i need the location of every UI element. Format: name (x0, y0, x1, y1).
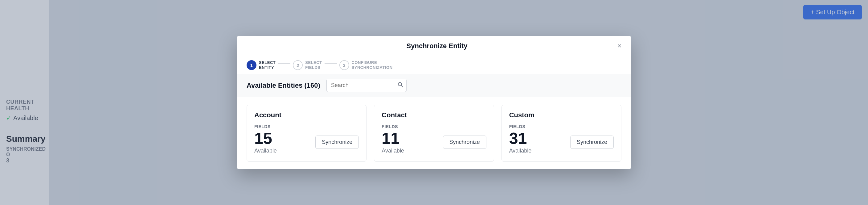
contact-card-body: 11 Available Synchronize (381, 130, 486, 154)
step-2-label: SELECT FIELDS (305, 60, 322, 70)
custom-field-count: 31 (509, 130, 532, 146)
search-icon (397, 81, 403, 88)
contact-card-title: Contact (381, 111, 486, 119)
modal-close-button[interactable]: × (617, 43, 621, 49)
step-2-line1: SELECT (305, 60, 322, 65)
step-3-label: CONFIGURE SYNCHRONIZATION (352, 60, 393, 70)
contact-field-count: 11 (381, 130, 404, 146)
search-wrapper (327, 79, 407, 92)
synchronize-entity-modal: Synchronize Entity × 1 SELECT ENTITY 2 S… (237, 36, 631, 169)
account-count-wrapper: 15 Available (254, 130, 277, 154)
entity-cards-area: Account FIELDS 15 Available Synchronize … (237, 97, 631, 169)
step-1-line2: ENTITY (259, 65, 276, 70)
contact-synchronize-button[interactable]: Synchronize (443, 135, 487, 149)
account-field-count: 15 (254, 130, 277, 146)
account-available-label: Available (254, 148, 277, 154)
step-3-line2: SYNCHRONIZATION (352, 65, 393, 70)
step-1-line1: SELECT (259, 60, 276, 65)
step-1-label: SELECT ENTITY (259, 60, 276, 70)
contact-fields-label: FIELDS (381, 124, 486, 129)
step-3-circle: 3 (339, 60, 349, 70)
account-synchronize-button[interactable]: Synchronize (315, 135, 359, 149)
step-2-line2: FIELDS (305, 65, 322, 70)
custom-synchronize-button[interactable]: Synchronize (570, 135, 614, 149)
step-3-line1: CONFIGURE (352, 60, 393, 65)
step-3: 3 CONFIGURE SYNCHRONIZATION (339, 60, 393, 70)
modal-title: Synchronize Entity (256, 42, 617, 50)
custom-count-wrapper: 31 Available (509, 130, 532, 154)
custom-card-body: 31 Available Synchronize (509, 130, 614, 154)
step-1: 1 SELECT ENTITY (247, 60, 276, 70)
contact-count-wrapper: 11 Available (381, 130, 404, 154)
step-1-circle: 1 (247, 60, 256, 70)
step-2-circle: 2 (293, 60, 303, 70)
account-card-body: 15 Available Synchronize (254, 130, 359, 154)
search-input[interactable] (327, 79, 407, 92)
search-icon-button[interactable] (397, 81, 403, 89)
custom-card-title: Custom (509, 111, 614, 119)
entity-card-contact: Contact FIELDS 11 Available Synchronize (374, 105, 494, 162)
entity-card-custom: Custom FIELDS 31 Available Synchronize (501, 105, 621, 162)
contact-available-label: Available (381, 148, 404, 154)
stepper: 1 SELECT ENTITY 2 SELECT FIELDS 3 (237, 55, 631, 74)
step-connector-1 (278, 63, 290, 63)
account-card-title: Account (254, 111, 359, 119)
entity-card-account: Account FIELDS 15 Available Synchronize (247, 105, 367, 162)
modal-backdrop: Synchronize Entity × 1 SELECT ENTITY 2 S… (0, 0, 868, 205)
step-2: 2 SELECT FIELDS (293, 60, 322, 70)
custom-available-label: Available (509, 148, 532, 154)
step-connector-2 (324, 63, 337, 63)
modal-header: Synchronize Entity × (237, 36, 631, 55)
custom-fields-label: FIELDS (509, 124, 614, 129)
search-area: Available Entities (160) (237, 74, 631, 97)
available-entities-count: Available Entities (160) (247, 81, 320, 89)
svg-line-1 (401, 85, 403, 87)
account-fields-label: FIELDS (254, 124, 359, 129)
